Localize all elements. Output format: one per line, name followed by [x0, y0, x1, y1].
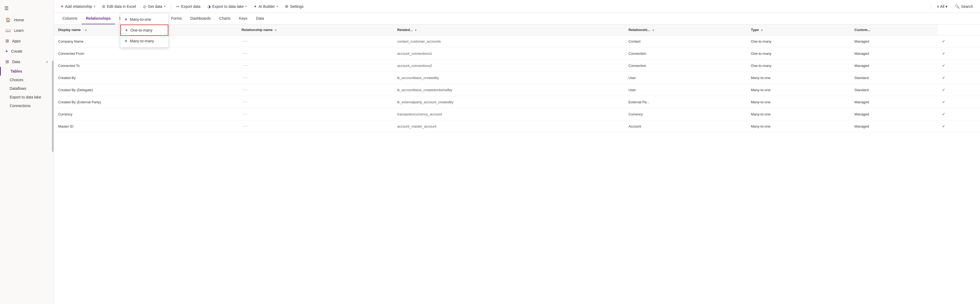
sidebar-sub-connections[interactable]: Connections	[0, 101, 54, 110]
sidebar-item-data[interactable]: ⊞ Data ∧	[0, 56, 54, 67]
export-data-button[interactable]: ↦ Export data	[174, 3, 203, 10]
table-body: Company Name···contact_customer_accounts…	[54, 35, 980, 133]
custom-check-1: ✓	[942, 51, 945, 56]
dropdown-many-to-one[interactable]: + Many-to-one	[120, 14, 168, 24]
ai-builder-label: AI Builder	[259, 4, 275, 9]
row-context-menu-6[interactable]: ···	[242, 111, 249, 117]
sidebar-sub-export-lake[interactable]: Export to data lake	[0, 93, 54, 101]
row-context-menu-2[interactable]: ···	[242, 62, 249, 69]
tab-data-label: Data	[256, 16, 264, 21]
ai-builder-button[interactable]: ✦ AI Builder ▾	[251, 3, 281, 10]
edit-excel-button[interactable]: ⊞ Edit data in Excel	[99, 3, 139, 10]
cell-custom-5: ✓	[938, 96, 980, 108]
data-icon: ⊞	[5, 59, 9, 64]
sidebar-sub-dataflows[interactable]: Dataflows	[0, 84, 54, 93]
cell-related-1: Connection	[624, 48, 747, 59]
cell-dots-col-7: ···	[237, 120, 393, 133]
search-button[interactable]: 🔍 Search	[952, 3, 976, 10]
sidebar-item-apps[interactable]: ⊞ Apps	[0, 35, 54, 46]
custom-check-7: ✓	[942, 124, 945, 128]
row-context-menu-3[interactable]: ···	[242, 75, 249, 81]
header-relationship-name[interactable]: Relationship name ∨	[237, 24, 393, 35]
cell-custom-1: ✓	[938, 48, 980, 59]
main-content: + Add relationship ▾ ⊞ Edit data in Exce…	[54, 0, 980, 304]
ai-builder-icon: ✦	[254, 4, 257, 9]
cell-custom-6: ✓	[938, 108, 980, 120]
tab-forms[interactable]: Forms	[167, 13, 186, 24]
ai-builder-caret-icon: ▾	[277, 5, 278, 8]
tab-keys[interactable]: Keys	[235, 13, 252, 24]
cell-custom-4: ✓	[938, 84, 980, 96]
cell-type-2: Managed	[850, 59, 938, 72]
tab-dashboards[interactable]: Dashboards	[186, 13, 215, 24]
add-relationship-label: Add relationship	[65, 4, 92, 9]
toolbar-divider-right	[931, 3, 931, 10]
create-icon: +	[5, 49, 8, 54]
sort-icon-rel: ∨	[275, 29, 277, 32]
header-relationship-type-label: Relationshi...	[628, 28, 651, 32]
many-to-one-label: Many-to-one	[130, 17, 151, 22]
sidebar-sub-choices-label: Choices	[10, 78, 24, 82]
export-lake-button[interactable]: ◑ Export to data lake ▾	[205, 3, 250, 10]
learn-icon: 📖	[5, 28, 11, 33]
cell-rel-name-6: transactioncurrency_account	[393, 108, 624, 120]
table-row: Created By (Delegate)···lk_accountbase_c…	[54, 84, 980, 96]
header-relationship-type[interactable]: Relationshi... ∨	[624, 24, 747, 35]
get-data-label: Get data	[148, 4, 162, 9]
cell-related-0: Contact	[624, 35, 747, 48]
row-context-menu-0[interactable]: ···	[242, 38, 249, 44]
row-context-menu-1[interactable]: ···	[242, 50, 249, 56]
dropdown-many-to-many[interactable]: + Many-to-many	[120, 36, 168, 46]
cell-custom-3: ✓	[938, 72, 980, 84]
sidebar-scrollbar[interactable]	[52, 61, 54, 152]
many-to-many-plus-icon: +	[125, 38, 127, 43]
header-type-label: Type	[751, 28, 759, 32]
header-relationship-name-label: Relationship name	[242, 28, 273, 32]
sidebar-item-create[interactable]: + Create	[0, 46, 54, 56]
get-data-button[interactable]: ◎ Get data ▾	[140, 3, 168, 10]
table-row: Connected From···account_connections1Con…	[54, 48, 980, 59]
edit-excel-label: Edit data in Excel	[107, 4, 136, 9]
add-relationship-plus-icon: +	[61, 4, 63, 9]
sidebar-sub-tables-label: Tables	[11, 69, 22, 74]
row-context-menu-7[interactable]: ···	[242, 123, 249, 129]
tab-relationships[interactable]: Relationships	[81, 13, 115, 24]
cell-custom-7: ✓	[938, 120, 980, 133]
cell-dots-col-1: ···	[237, 48, 393, 59]
data-chevron-icon: ∧	[46, 60, 48, 64]
cell-rel-name-2: account_connections2	[393, 59, 624, 72]
sidebar-item-home[interactable]: 🏠 Home	[0, 14, 54, 25]
header-related[interactable]: Related... ∨	[393, 24, 624, 35]
one-to-many-plus-icon: +	[125, 28, 128, 33]
cell-display-name-4: Created By (Delegate)	[54, 84, 237, 96]
all-filter-button[interactable]: ≡ All ▾	[934, 3, 950, 10]
hamburger-button[interactable]: ☰	[0, 2, 54, 14]
cell-rel-name-3: lk_accountbase_createdby	[393, 72, 624, 84]
dropdown-one-to-many[interactable]: + One-to-many	[120, 24, 168, 36]
tab-columns[interactable]: Columns	[58, 13, 81, 24]
add-relationship-button[interactable]: + Add relationship ▾	[58, 2, 98, 11]
cell-rel-name-0: contact_customer_accounts	[393, 35, 624, 48]
export-lake-caret-icon: ▾	[245, 5, 247, 8]
header-custom-label: Custom...	[854, 28, 870, 32]
sort-icon-reltype: ∨	[652, 29, 654, 32]
filter-lines-icon: ≡	[937, 4, 939, 9]
cell-dots-col-5: ···	[237, 96, 393, 108]
table-row: Company Name···contact_customer_accounts…	[54, 35, 980, 48]
header-type[interactable]: Type ∨	[746, 24, 850, 35]
sidebar-item-learn[interactable]: 📖 Learn	[0, 25, 54, 35]
settings-button[interactable]: ⚙ Settings	[282, 3, 307, 10]
tab-data[interactable]: Data	[252, 13, 269, 24]
cell-rel-name-1: account_connections1	[393, 48, 624, 59]
sidebar-sub-tables[interactable]: Tables	[0, 67, 54, 75]
get-data-icon: ◎	[143, 4, 146, 9]
row-context-menu-5[interactable]: ···	[242, 99, 249, 105]
export-data-label: Export data	[181, 4, 200, 9]
row-context-menu-4[interactable]: ···	[242, 87, 249, 93]
tab-charts[interactable]: Charts	[215, 13, 235, 24]
table-row: Created By (External Party)···lk_externa…	[54, 96, 980, 108]
header-custom[interactable]: Custom...	[850, 24, 938, 35]
cell-reltype-3: Many-to-one	[746, 72, 850, 84]
sidebar-sub-choices[interactable]: Choices	[0, 75, 54, 84]
table-header-row: Display name ↑ ∨ Relationship name ∨ Rel…	[54, 24, 980, 35]
